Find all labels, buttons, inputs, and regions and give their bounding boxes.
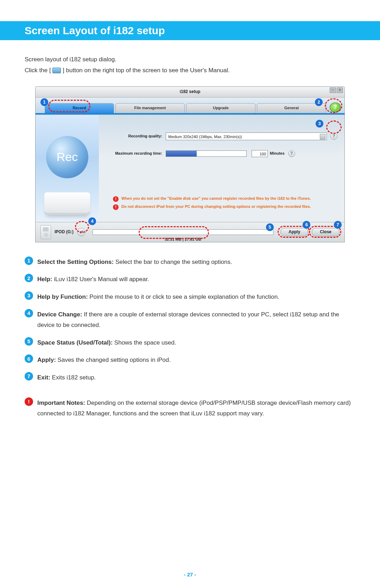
legend-num-1: 1	[25, 256, 33, 265]
callout-7: 7	[334, 221, 342, 229]
highlight-help-button	[325, 98, 342, 113]
device-label: IPOD (G:)	[55, 228, 74, 236]
close-button[interactable]: ×	[337, 87, 343, 93]
quality-help-icon[interactable]: ?	[330, 133, 337, 140]
highlight-quality-help	[326, 120, 342, 134]
callout-1: 1	[40, 98, 48, 106]
max-time-value[interactable]: 100	[252, 150, 268, 157]
legend-3-desc: Point the mouse to it or click to see a …	[88, 293, 279, 300]
legend-num-6: 6	[25, 354, 33, 363]
legend-num-3: 3	[25, 291, 33, 300]
callout-2: 2	[315, 98, 323, 106]
warning-icon: !	[113, 196, 119, 202]
legend-7-title: Exit:	[37, 374, 50, 381]
legend-4-desc: If there are a couple of external storag…	[37, 311, 339, 329]
quality-label: Recording quality:	[106, 133, 166, 140]
quality-dropdown[interactable]: Medium 320x240 (1Mbps, Max. 230min(s))	[166, 132, 327, 140]
legend-2-desc: iLuv i182 User's Manual will appear.	[52, 276, 149, 283]
titlebar: i182 setup – ×	[36, 87, 344, 98]
legend-1-title: Select the Setting Options:	[37, 259, 114, 265]
legend-important-icon: !	[25, 397, 33, 406]
section-title: Screen Layout of i182 setup	[25, 25, 355, 37]
highlight-device-change	[75, 221, 89, 233]
dock-image-icon	[44, 192, 90, 215]
legend-num-4: 4	[25, 309, 33, 317]
highlight-record-tab	[48, 100, 90, 112]
warning-icon: !	[113, 204, 119, 210]
callout-6: 6	[303, 221, 310, 229]
space-gauge: 5 32.31 MB | 27.81 GB	[93, 229, 273, 235]
app-window: i182 setup – × 1 2 Record File managemen…	[35, 86, 345, 242]
minimize-button[interactable]: –	[330, 87, 336, 93]
intro-line-1: Screen layout of i182 setup dialog.	[25, 54, 355, 65]
max-time-unit: Minutes	[270, 150, 285, 157]
legend-num-5: 5	[25, 337, 33, 346]
max-time-help-icon[interactable]: ?	[288, 150, 295, 157]
side-panel: Rec	[36, 115, 99, 222]
intro-line-2a: Click the [	[25, 67, 51, 74]
legend-5-desc: Shows the space used.	[113, 339, 176, 346]
callout-4: 4	[88, 217, 96, 225]
help-mini-icon	[52, 68, 61, 73]
legend: 1 Select the Setting Options: Select the…	[25, 256, 355, 419]
window-title: i182 setup	[180, 89, 201, 94]
legend-num-2: 2	[25, 274, 33, 282]
legend-5-title: Space Status (Used/Total):	[37, 339, 113, 346]
legend-num-7: 7	[25, 372, 33, 380]
legend-1-desc: Select the bar to change the setting opt…	[114, 259, 232, 265]
section-header: Screen Layout of i182 setup	[0, 21, 380, 40]
intro-text: Screen layout of i182 setup dialog. Clic…	[25, 54, 355, 76]
legend-2-title: Help:	[37, 276, 52, 283]
warning-2: Do not disconnect iPod from your PC duri…	[121, 204, 311, 210]
callout-3: 3	[316, 120, 323, 128]
rec-indicator-icon: Rec	[46, 136, 88, 178]
tab-file-management[interactable]: File management	[115, 103, 185, 113]
intro-line-2b: ] button on the right top of the screen …	[63, 67, 230, 74]
legend-important-title: Important Notes:	[37, 400, 85, 406]
legend-3-title: Help by Function:	[37, 293, 88, 300]
max-time-slider[interactable]	[166, 150, 247, 157]
legend-7-desc: Exits i182 setup.	[50, 374, 96, 381]
legend-4-title: Device Change:	[37, 311, 82, 318]
tab-upgrade[interactable]: Upgrade	[186, 103, 255, 113]
main-panel: 3 Recording quality: Medium 320x240 (1Mb…	[99, 115, 344, 222]
warning-1: When you do not set the "Enable disk use…	[121, 196, 311, 202]
max-time-label: Maximum recording time:	[106, 150, 166, 157]
highlight-space-status	[139, 226, 209, 239]
callout-5: 5	[266, 223, 274, 231]
legend-6-title: Apply:	[37, 357, 56, 363]
ipod-icon	[40, 225, 51, 239]
legend-6-desc: Saves the changed setting options in iPo…	[56, 357, 171, 363]
page-number: - 27 -	[0, 571, 380, 577]
